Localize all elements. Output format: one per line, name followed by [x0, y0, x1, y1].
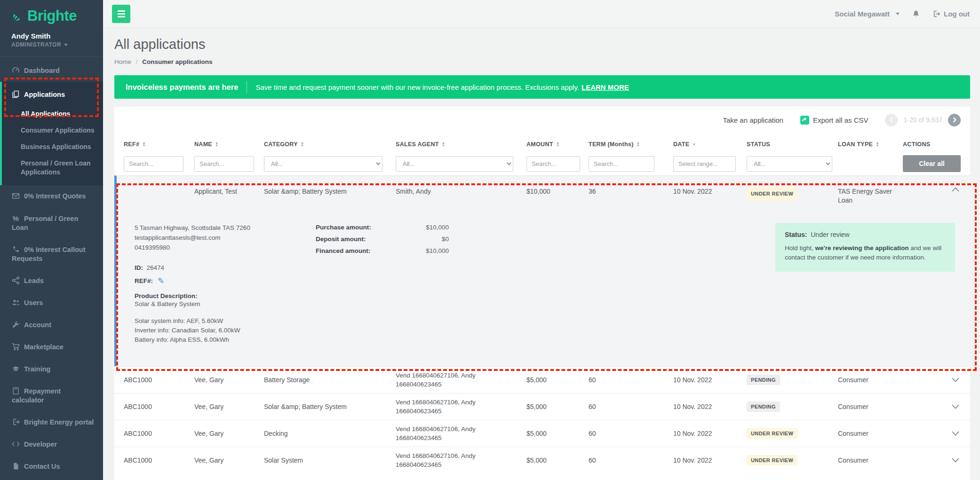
column-header-name[interactable]: NAME▲▼: [194, 141, 264, 148]
sidebar-item-account[interactable]: Account: [0, 314, 103, 336]
cell-amount: $5,000: [526, 403, 589, 410]
cell-term: 60: [589, 456, 673, 464]
hamburger-menu-button[interactable]: [112, 5, 130, 23]
column-header-term[interactable]: TERM (Months)▲▼: [589, 141, 673, 148]
sidebar-item-repayment-calculator[interactable]: Repayment calculator: [0, 380, 103, 411]
cell-category: Solar System: [264, 456, 396, 464]
applications-card: Take an application Export all as CSV 1-…: [114, 107, 970, 480]
chevron-down-icon: [896, 13, 900, 15]
sidebar-item-interest-callout-requests[interactable]: 0% Interest Callout Requests: [0, 239, 103, 270]
filter-ref-input[interactable]: [124, 156, 183, 172]
expand-row-button[interactable]: [952, 404, 961, 409]
sidebar-item-all-applications[interactable]: All Applications: [2, 106, 103, 122]
cell-status: UNDER REVIEW: [747, 428, 838, 439]
bell-icon[interactable]: [912, 10, 920, 18]
cell-term: 60: [589, 430, 673, 437]
sidebar-item-training[interactable]: Training: [0, 358, 103, 380]
sidebar-item-contact-us[interactable]: Contact Us: [0, 456, 103, 478]
filter-name-input[interactable]: [194, 156, 254, 172]
envelope-icon: [12, 192, 20, 200]
edit-ref-icon[interactable]: ✎: [158, 277, 164, 285]
sidebar-item-interest-quotes[interactable]: 0% Interest Quotes: [0, 185, 103, 207]
filter-date-input[interactable]: [673, 156, 736, 172]
sidebar-item-consumer-applications[interactable]: Consumer Applications: [2, 122, 103, 139]
status-info-box: Status: Under review Hold tight, we're r…: [775, 223, 955, 272]
logout-button[interactable]: Log out: [932, 10, 970, 18]
pagination-prev-button[interactable]: [885, 114, 898, 126]
cell-category: Solar &amp; Battery System: [264, 187, 396, 196]
applicant-phone: 0419395980: [135, 243, 316, 252]
org-switcher[interactable]: Social Megawatt: [835, 10, 900, 18]
column-header-date[interactable]: DATE▼: [673, 141, 747, 148]
sidebar-item-business-applications[interactable]: Business Applications: [2, 139, 103, 155]
applications-icon: [12, 90, 20, 98]
sidebar-item-users[interactable]: Users: [0, 292, 103, 314]
expand-row-button[interactable]: [952, 378, 961, 382]
column-header-category[interactable]: CATEGORY▲▼: [264, 141, 396, 148]
sidebar-item-leads[interactable]: Leads: [0, 270, 103, 292]
filter-amount-input[interactable]: [526, 156, 580, 172]
sidebar-item-personal-green-loan-applications[interactable]: Personal / Green Loan Applications: [2, 155, 103, 181]
cell-ref: ABC1000: [124, 430, 194, 437]
column-header-amount[interactable]: AMOUNT▲▼: [526, 141, 589, 148]
cell-category: Solar &amp; Battery System: [264, 403, 396, 410]
chevron-right-icon: [952, 117, 957, 123]
cell-amount: $5,000: [526, 456, 589, 464]
cell-name: Applicant, Test: [194, 187, 264, 196]
export-icon: [800, 116, 809, 125]
breadcrumb: Home / Consumer applications: [114, 58, 969, 65]
filter-sales-agent-select[interactable]: All...: [396, 156, 513, 172]
pagination-next-button[interactable]: [948, 114, 961, 126]
column-header-loan-type[interactable]: LOAN TYPE▲▼: [838, 141, 903, 148]
cell-status: UNDER REVIEW: [747, 187, 838, 201]
sidebar-item-personal-green-loan[interactable]: %Personal / Green Loan: [0, 207, 103, 239]
sidebar-item-applications[interactable]: Applications: [2, 84, 103, 106]
sidebar-item-marketplace[interactable]: Marketplace: [0, 336, 103, 358]
status-badge: PENDING: [747, 375, 780, 385]
cell-name: Vee, Gary: [194, 376, 264, 384]
sidebar-item-dashboard[interactable]: Dashboard: [0, 60, 103, 82]
status-badge: PENDING: [747, 401, 780, 412]
user-block[interactable]: Andy Smith ADMINISTRATOR: [0, 29, 103, 57]
sidebar-section-applications: Applications All Applications Consumer A…: [0, 82, 103, 185]
sort-icon: ▲▼: [142, 142, 146, 147]
sort-desc-icon: ▼: [692, 142, 696, 147]
page-title: All applications: [114, 37, 969, 52]
logout-icon: [932, 10, 940, 18]
table-row[interactable]: ABC1000 Vee, Gary Solar &amp; Battery Sy…: [114, 393, 970, 420]
cell-status: UNDER REVIEW: [747, 455, 838, 465]
cell-sales-agent: Vend 1668040627106, Andy1668040623465: [396, 371, 526, 389]
take-application-link[interactable]: Take an application: [723, 116, 783, 124]
expand-row-button[interactable]: [952, 458, 961, 463]
leads-icon: [12, 276, 20, 284]
expanded-row-summary[interactable]: Applicant, Test Solar &amp; Battery Syst…: [117, 176, 970, 209]
cell-status: PENDING: [747, 401, 838, 412]
table-row[interactable]: ABC1000 Vee, Gary Solar System Vend 1668…: [114, 447, 970, 473]
collapse-row-button[interactable]: [952, 187, 961, 192]
sidebar-item-brighte-energy-portal[interactable]: Brighte Energy portal: [0, 411, 103, 433]
filter-status-select[interactable]: All...: [747, 156, 832, 172]
export-csv-button[interactable]: Export all as CSV: [800, 116, 868, 125]
column-header-status[interactable]: STATUS: [747, 141, 838, 148]
pagination-range: 1-20 of 9,637: [903, 116, 942, 124]
sidebar-item-developer[interactable]: Developer: [0, 433, 103, 456]
clear-all-button[interactable]: Clear all: [903, 155, 961, 172]
user-name: Andy Smith: [11, 32, 92, 40]
table-row[interactable]: ABC1000 Vee, Gary Decking Vend 166804062…: [114, 420, 970, 447]
expand-row-button[interactable]: [952, 431, 961, 436]
column-header-ref[interactable]: REF#▲▼: [124, 141, 194, 148]
learn-more-link[interactable]: LEARN MORE: [582, 83, 629, 91]
breadcrumb-current: Consumer applications: [142, 58, 212, 65]
column-header-sales-agent[interactable]: SALES AGENT▲▼: [396, 141, 526, 148]
table-row[interactable]: ABC1000 Vee, Gary Battery Storage Vend 1…: [114, 366, 970, 393]
cell-name: Vee, Gary: [194, 456, 264, 464]
brighte-logo[interactable]: Brighte: [0, 0, 103, 29]
breadcrumb-home-link[interactable]: Home: [114, 58, 131, 65]
brighte-logo-text: Brighte: [27, 8, 77, 24]
product-description-value: Solar & Battery System: [135, 299, 316, 309]
filter-category-select[interactable]: All...: [264, 156, 382, 172]
cart-icon: [12, 343, 20, 351]
purchase-amount-row: Purchase amount:$10,000: [316, 224, 449, 231]
user-role[interactable]: ADMINISTRATOR: [11, 41, 92, 48]
filter-term-input[interactable]: [589, 156, 654, 172]
